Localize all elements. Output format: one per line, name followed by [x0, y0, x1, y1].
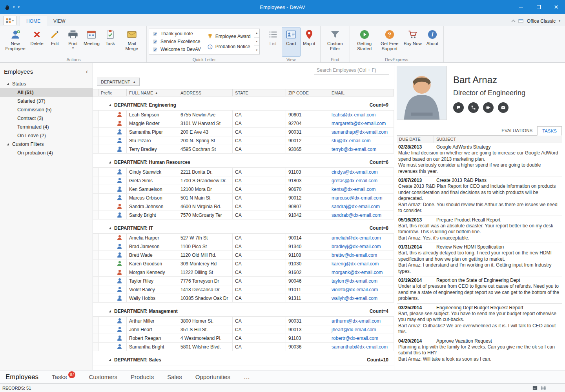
employee-row[interactable]: John Heart351 S Hill St.CA90013jheart@dx…	[93, 325, 394, 334]
column-header-prefix[interactable]: Prefix	[98, 89, 127, 96]
group-row-department-sales[interactable]: DEPARTMENT: SalesCount=10	[93, 355, 394, 365]
email-link[interactable]: robertr@dx-email.com	[332, 336, 378, 341]
column-header-zip-code[interactable]: ZIP CODE	[286, 89, 329, 96]
email-link[interactable]: samanthap@dx-email.com	[332, 129, 388, 135]
qat-customize-icon[interactable]: ▾	[17, 5, 21, 9]
quick-letter-probation-notice[interactable]: Probation Notice	[206, 43, 252, 51]
tree-node-custom-filters[interactable]: Custom Filters	[0, 140, 93, 149]
employee-row[interactable]: Brett Wade1120 Old Mill Rd.CA91108brettw…	[93, 251, 394, 260]
column-header-due-date[interactable]: DUE DATE	[397, 136, 434, 143]
search-input[interactable]	[314, 66, 389, 74]
employee-row[interactable]: Sandra Johnson4600 N Virginia Rd.CA90807…	[93, 202, 394, 211]
group-row-department-human-resources[interactable]: DEPARTMENT: Human ResourcesCount=6	[93, 157, 394, 168]
meeting-button[interactable]: Meeting	[82, 27, 101, 56]
chat-button[interactable]	[453, 102, 464, 113]
task-item[interactable]: 03/19/2014Report on the State of Enginee…	[397, 276, 562, 304]
email-link[interactable]: bradleyj@dx-email.com	[332, 244, 381, 249]
hand-logo-icon[interactable]	[4, 4, 11, 11]
email-link[interactable]: sandraj@dx-email.com	[332, 204, 380, 209]
filter-item-salaried-37[interactable]: Salaried (37)	[0, 97, 93, 105]
employee-row[interactable]: Violet Bailey1418 Descanso DrCA91011viol…	[93, 285, 394, 294]
email-link[interactable]: ameliah@dx-email.com	[332, 235, 381, 241]
skin-selector[interactable]: Office Classic	[527, 18, 556, 24]
employee-row[interactable]: Leah Simpson6755 Newlin AveCA90601leahs@…	[93, 111, 394, 119]
task-item[interactable]: 03/07/2013Create 2013 R&D PlansCreate 20…	[397, 176, 562, 216]
module-overflow-button[interactable]: …	[244, 374, 251, 381]
email-link[interactable]: kareng@dx-email.com	[332, 261, 379, 267]
filter-item-on-leave-2[interactable]: On Leave (2)	[0, 131, 93, 140]
employee-row[interactable]: Morgan Kennedy11222 Dilling StCA91602mor…	[93, 268, 394, 277]
video-button[interactable]	[483, 102, 494, 113]
filter-item-on-probation-4[interactable]: On probation (4)	[0, 149, 93, 157]
map-it-button[interactable]: Map it	[300, 27, 318, 56]
gallery-up-icon[interactable]: ▴	[254, 29, 259, 38]
delete-button[interactable]: Delete	[28, 27, 46, 56]
module-tab-customers[interactable]: Customers	[89, 374, 117, 380]
email-link[interactable]: cindys@dx-email.com	[332, 169, 378, 175]
email-link[interactable]: stu@dx-email.com	[332, 138, 371, 143]
tab-evaluations[interactable]: EVALUATIONS	[497, 126, 537, 135]
column-header-address[interactable]: ADDRESS	[178, 89, 233, 96]
gallery-down-icon[interactable]: ▾	[254, 38, 259, 46]
app-menu-button[interactable]: ▾	[3, 16, 16, 25]
filter-item-terminated-4[interactable]: Terminated (4)	[0, 123, 93, 131]
new-employee-button[interactable]: New Employee	[3, 27, 28, 56]
email-link[interactable]: leahs@dx-email.com	[332, 112, 375, 118]
maximize-button[interactable]	[530, 0, 547, 14]
tab-view[interactable]: VIEW	[47, 16, 72, 26]
filter-item-contract-3[interactable]: Contract (3)	[0, 114, 93, 123]
email-link[interactable]: violetb@dx-email.com	[332, 287, 378, 292]
skin-dropdown-icon[interactable]: ▾	[559, 19, 560, 23]
email-link[interactable]: brettw@dx-email.com	[332, 252, 377, 258]
employee-row[interactable]: Samantha Piper200 E Ave 43CA90031samanth…	[93, 128, 394, 136]
list-button[interactable]: List	[264, 27, 282, 56]
employee-row[interactable]: Wally Hobbs10385 Shadow Oak DrCA91311wal…	[93, 294, 394, 303]
grid-view-toggle-icon[interactable]	[540, 385, 547, 391]
group-by-department-chip[interactable]: DEPARTMENT ▲	[97, 78, 140, 86]
quick-letter-service-excellence[interactable]: Service Excellence	[151, 38, 202, 45]
task-item[interactable]: 01/31/2014Review New HDMI SpecificationB…	[397, 243, 562, 276]
module-tab-opportunities[interactable]: Opportunities	[195, 374, 230, 380]
email-link[interactable]: kents@dx-email.com	[332, 187, 375, 192]
employee-row[interactable]: Marcus Orbison501 N Main StCA90012marcus…	[93, 194, 394, 202]
phone-button[interactable]	[468, 102, 479, 113]
group-row-department-it[interactable]: DEPARTMENT: ITCount=8	[93, 223, 394, 234]
buy-now-button[interactable]: Buy Now	[402, 27, 423, 56]
mail-button[interactable]	[498, 102, 508, 113]
mail-merge-button[interactable]: Mail Merge	[119, 27, 144, 56]
email-link[interactable]: terryb@dx-email.com	[332, 147, 376, 152]
employee-row[interactable]: Terry Bradley4595 Cochran StCA93065terry…	[93, 145, 394, 154]
get-free-support-button[interactable]: ?Get Free Support	[377, 27, 402, 56]
email-link[interactable]: marcuso@dx-email.com	[332, 195, 383, 201]
card-view-toggle-icon[interactable]	[532, 385, 538, 391]
employee-row[interactable]: Sandy Bright7570 McGroarty TerCA91042san…	[93, 211, 394, 220]
email-link[interactable]: arthurm@dx-email.com	[332, 318, 381, 324]
email-link[interactable]: wallyh@dx-email.com	[332, 296, 377, 301]
print-button[interactable]: Print▾	[64, 27, 82, 56]
employee-row[interactable]: Greta Sims1700 S Grandview Dr.CA91803gre…	[93, 176, 394, 185]
column-header-subject[interactable]: SUBJECT	[434, 137, 456, 142]
email-link[interactable]: taylorr@dx-email.com	[332, 278, 377, 284]
employee-row[interactable]: Stu Pizaro200 N. Spring StCA90012stu@dx-…	[93, 136, 394, 145]
email-link[interactable]: jheart@dx-email.com	[332, 327, 376, 332]
employee-row[interactable]: Arthur Miller3800 Homer St.CA90031arthur…	[93, 317, 394, 325]
gallery-dropdown-icon[interactable]: ▾	[254, 46, 259, 54]
close-button[interactable]: ×	[547, 0, 565, 14]
employee-row[interactable]: Maggie Boxter3101 W Harvard StCA92704mar…	[93, 119, 394, 128]
employee-row[interactable]: Cindy Stanwick2211 Bonita Dr.CA91103cind…	[93, 168, 394, 176]
column-header-full-name[interactable]: FULL NAME▲	[127, 89, 178, 96]
employee-row[interactable]: Robert Reagan4 Westmoreland Pl.CA91103ro…	[93, 334, 394, 343]
employee-row[interactable]: Samantha Bright5801 Wilshire Blvd.CA9003…	[93, 343, 394, 351]
email-link[interactable]: margaretb@dx-email.com	[332, 121, 386, 126]
employee-row[interactable]: Brad Jameson1100 Pico StCA91340bradleyj@…	[93, 242, 394, 251]
column-header-email[interactable]: EMAIL	[329, 89, 394, 96]
email-link[interactable]: sandrab@dx-email.com	[332, 212, 381, 218]
custom-filter-button[interactable]: Custom Filter	[323, 27, 348, 56]
email-link[interactable]: gretas@dx-email.com	[332, 178, 377, 183]
quick-letter-thank-you-note[interactable]: Thank you note	[151, 30, 202, 38]
qat-dropdown-icon[interactable]: ▾	[12, 5, 16, 9]
tab-tasks[interactable]: TASKS	[537, 126, 562, 136]
tree-node-status[interactable]: Status	[0, 80, 93, 88]
edit-button[interactable]: Edit	[46, 27, 64, 56]
collapse-sidebar-button[interactable]: ‹	[86, 69, 88, 74]
